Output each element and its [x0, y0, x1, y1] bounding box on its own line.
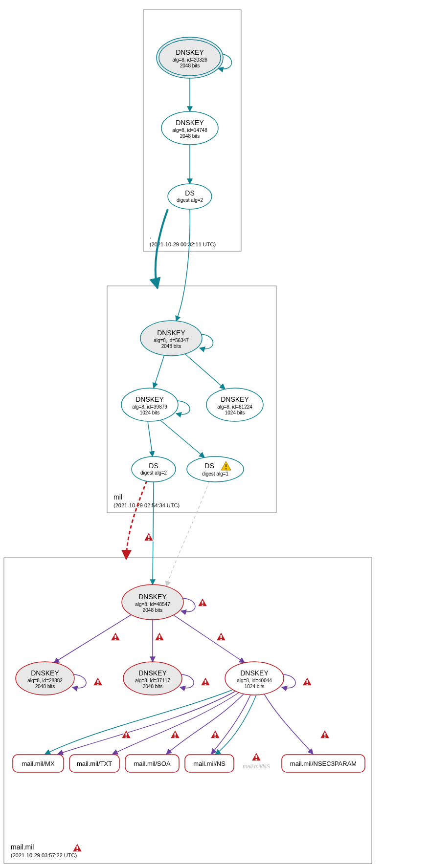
edge	[154, 355, 164, 388]
dnskey-mailmil-k1: DNSKEY alg=8, id=28882 2048 bits	[16, 662, 103, 695]
node-title: DS	[149, 462, 158, 470]
dnskey-root-zsk: DNSKEY alg=8, id=14748 2048 bits	[161, 111, 218, 145]
edge	[215, 695, 256, 755]
dnskey-root-ksk: DNSKEY alg=8, id=20326 2048 bits	[157, 37, 223, 78]
edge	[185, 354, 225, 389]
node-title: DNSKEY	[135, 395, 164, 403]
rr-label: mail.mil/NS	[193, 760, 226, 767]
rrset-soa: mail.mil/SOA	[125, 755, 179, 772]
node-sub: digest alg=2	[177, 197, 203, 203]
edge	[113, 692, 240, 754]
warning-icon	[170, 730, 180, 738]
warning-icon	[216, 632, 226, 641]
edge-delegation	[156, 209, 168, 288]
edge	[166, 693, 245, 754]
rr-ghost-label: mail.mil/NS	[243, 763, 270, 769]
rrset-ghost-ns: mail.mil/NS	[243, 752, 270, 769]
dnskey-mailmil-k3: DNSKEY alg=8, id=40044 1024 bits	[225, 662, 312, 695]
edge	[148, 421, 153, 456]
node-sub: alg=8, id=20326	[172, 57, 207, 63]
node-title: DNSKEY	[221, 395, 249, 403]
dnskey-mailmil-ksk: DNSKEY alg=8, id=48547 2048 bits	[122, 585, 183, 620]
edge	[264, 694, 313, 754]
node-sub: digest alg=2	[140, 470, 167, 476]
warning-icon	[210, 730, 220, 738]
node-sub: alg=8, id=37117	[135, 678, 170, 683]
warning-icon	[93, 677, 103, 686]
edge	[166, 481, 209, 586]
node-sub: alg=8, id=56347	[154, 338, 189, 343]
node-title: DNSKEY	[176, 48, 204, 56]
node-title: DNSKEY	[138, 669, 167, 677]
rr-label: mail.mil/SOA	[134, 760, 170, 767]
zone-root-time: (2021-10-29 00:32:11 UTC)	[150, 241, 216, 247]
rrset-mx: mail.mil/MX	[13, 755, 64, 772]
node-title: DNSKEY	[157, 329, 185, 337]
warning-icon	[201, 677, 210, 686]
rr-label: mail.mil/NSEC3PARAM	[290, 760, 357, 767]
node-sub: 1024 bits	[225, 410, 245, 415]
node-title: DNSKEY	[176, 119, 204, 127]
dnskey-mil-zsk2: DNSKEY alg=8, id=61224 1024 bits	[206, 388, 263, 421]
edge	[211, 695, 250, 754]
warning-icon	[320, 730, 330, 738]
node-sub: alg=8, id=48547	[135, 602, 170, 607]
dnskey-mil-zsk: DNSKEY alg=8, id=39879 1024 bits	[121, 388, 178, 421]
edge	[176, 209, 190, 321]
node-sub: alg=8, id=61224	[217, 404, 252, 410]
rrset-ns: mail.mil/NS	[185, 755, 234, 772]
node-sub: 2048 bits	[143, 608, 163, 613]
node-sub: alg=8, id=40044	[237, 678, 272, 683]
zone-root-label: .	[150, 232, 152, 240]
warning-icon	[251, 752, 261, 761]
node-sub: 1024 bits	[245, 684, 265, 689]
edge	[160, 420, 204, 457]
zone-mil-label: mil	[113, 493, 122, 501]
node-sub: alg=8, id=14748	[172, 128, 207, 133]
zone-mailmil: mail.mil (2021-10-29 03:57:22 UTC)	[4, 558, 372, 864]
dnskey-mil-ksk: DNSKEY alg=8, id=56347 2048 bits	[140, 321, 202, 356]
svg-rect-6	[4, 558, 372, 864]
node-sub: 2048 bits	[161, 344, 181, 349]
zone-mil-time: (2021-10-29 02:54:34 UTC)	[113, 502, 180, 508]
node-sub: alg=8, id=28882	[27, 678, 63, 683]
warning-icon	[72, 843, 82, 852]
warning-icon	[111, 632, 120, 641]
ds-mil-2: DS digest alg=1	[187, 456, 244, 482]
node-sub: digest alg=1	[202, 471, 229, 477]
node-title: DS	[204, 462, 214, 470]
node-title: DS	[185, 189, 194, 197]
node-sub: 2048 bits	[180, 133, 200, 139]
zone-mailmil-label: mail.mil	[11, 843, 34, 851]
zone-mailmil-time: (2021-10-29 03:57:22 UTC)	[11, 852, 77, 858]
ds-mil-1: DS digest alg=2	[132, 456, 176, 482]
warning-icon	[155, 632, 164, 641]
svg-point-15	[187, 456, 244, 482]
ds-root: DS digest alg=2	[168, 184, 212, 209]
node-title: DNSKEY	[31, 669, 59, 677]
node-title: DNSKEY	[240, 669, 269, 677]
edge-delegation-error	[126, 481, 147, 558]
rrset-nsec3param: mail.mil/NSEC3PARAM	[282, 755, 365, 772]
node-sub: 2048 bits	[35, 684, 55, 689]
node-sub: 1024 bits	[140, 410, 160, 415]
warning-icon	[198, 598, 207, 607]
rr-label: mail.mil/MX	[22, 760, 54, 767]
edge	[153, 482, 154, 585]
rr-label: mail.mil/TXT	[77, 760, 112, 767]
rrset-txt: mail.mil/TXT	[69, 755, 119, 772]
edge	[45, 690, 232, 754]
node-sub: alg=8, id=39879	[132, 404, 167, 410]
edge	[173, 615, 245, 663]
warning-icon	[302, 677, 312, 686]
node-sub: 2048 bits	[143, 684, 163, 689]
warning-icon	[144, 532, 154, 541]
dnskey-mailmil-k2: DNSKEY alg=8, id=37117 2048 bits	[123, 662, 210, 695]
node-sub: 2048 bits	[180, 63, 200, 68]
node-title: DNSKEY	[138, 593, 167, 601]
